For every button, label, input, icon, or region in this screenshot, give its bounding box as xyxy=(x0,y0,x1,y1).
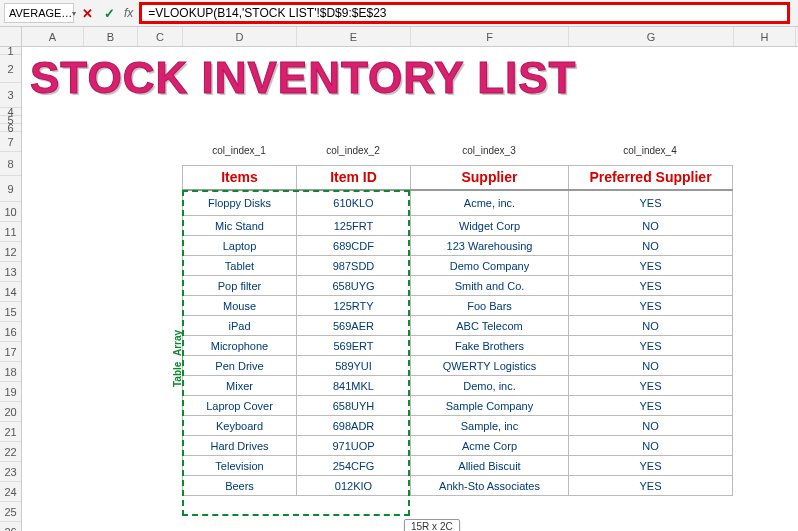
cell[interactable]: 610KLO xyxy=(297,190,411,216)
cell[interactable]: Foo Bars xyxy=(411,296,569,316)
row-header[interactable]: 25 xyxy=(0,502,21,522)
row-header[interactable]: 24 xyxy=(0,482,21,502)
table-row[interactable]: Microphone569ERTFake BrothersYES xyxy=(183,336,733,356)
cell[interactable]: Acme, inc. xyxy=(411,190,569,216)
cell[interactable]: Laprop Cover xyxy=(183,396,297,416)
cell[interactable]: 254CFG xyxy=(297,456,411,476)
cell[interactable]: Pen Drive xyxy=(183,356,297,376)
row-header[interactable]: 3 xyxy=(0,83,21,108)
cell[interactable]: Microphone xyxy=(183,336,297,356)
table-row[interactable]: Mouse125RTYFoo BarsYES xyxy=(183,296,733,316)
cell[interactable]: NO xyxy=(569,236,733,256)
row-header[interactable]: 9 xyxy=(0,176,21,202)
cell[interactable]: Mixer xyxy=(183,376,297,396)
col-header[interactable]: B xyxy=(84,27,138,46)
row-header[interactable]: 2 xyxy=(0,55,21,83)
cell[interactable]: Keyboard xyxy=(183,416,297,436)
cell[interactable]: NO xyxy=(569,436,733,456)
table-row[interactable]: Tablet987SDDDemo CompanyYES xyxy=(183,256,733,276)
col-header[interactable]: F xyxy=(411,27,569,46)
table-row[interactable]: Laprop Cover658UYHSample CompanyYES xyxy=(183,396,733,416)
row-header[interactable]: 19 xyxy=(0,382,21,402)
cell[interactable]: Sample Company xyxy=(411,396,569,416)
th-itemid[interactable]: Item ID xyxy=(297,166,411,190)
cell[interactable]: Allied Biscuit xyxy=(411,456,569,476)
row-header[interactable]: 22 xyxy=(0,442,21,462)
cell[interactable]: Television xyxy=(183,456,297,476)
cell[interactable]: Sample, inc xyxy=(411,416,569,436)
cell[interactable]: 841MKL xyxy=(297,376,411,396)
table-row[interactable]: Beers012KIOAnkh-Sto AssociatesYES xyxy=(183,476,733,496)
cell[interactable]: 658UYH xyxy=(297,396,411,416)
row-header[interactable]: 10 xyxy=(0,202,21,222)
cell[interactable]: ABC Telecom xyxy=(411,316,569,336)
cell[interactable]: Laptop xyxy=(183,236,297,256)
cell[interactable]: Acme Corp xyxy=(411,436,569,456)
table-row[interactable]: Hard Drives971UOPAcme CorpNO xyxy=(183,436,733,456)
row-header[interactable]: 18 xyxy=(0,362,21,382)
cell[interactable]: Demo Company xyxy=(411,256,569,276)
cell[interactable]: YES xyxy=(569,456,733,476)
cell[interactable]: 569ERT xyxy=(297,336,411,356)
accept-formula-icon[interactable]: ✓ xyxy=(100,4,118,22)
table-row[interactable]: Television254CFGAllied BiscuitYES xyxy=(183,456,733,476)
cell[interactable]: NO xyxy=(569,216,733,236)
row-header[interactable]: 11 xyxy=(0,222,21,242)
formula-input[interactable] xyxy=(146,5,783,21)
table-row[interactable]: iPad569AERABC TelecomNO xyxy=(183,316,733,336)
table-row[interactable]: Keyboard698ADRSample, incNO xyxy=(183,416,733,436)
table-row[interactable]: Mic Stand125FRTWidget CorpNO xyxy=(183,216,733,236)
cell[interactable]: iPad xyxy=(183,316,297,336)
table-row[interactable]: Floppy Disks610KLOAcme, inc.YES xyxy=(183,190,733,216)
row-header[interactable]: 16 xyxy=(0,322,21,342)
row-header[interactable]: 15 xyxy=(0,302,21,322)
cell[interactable]: YES xyxy=(569,190,733,216)
inventory-table[interactable]: Items Item ID Supplier Preferred Supplie… xyxy=(182,165,733,496)
cell[interactable]: 569AER xyxy=(297,316,411,336)
col-header[interactable]: C xyxy=(138,27,183,46)
cell[interactable]: 971UOP xyxy=(297,436,411,456)
row-header[interactable]: 20 xyxy=(0,402,21,422)
worksheet-area[interactable]: STOCK INVENTORY LIST col_index_1 col_ind… xyxy=(22,47,796,531)
cell[interactable]: Hard Drives xyxy=(183,436,297,456)
row-header[interactable]: 13 xyxy=(0,262,21,282)
cell[interactable]: Beers xyxy=(183,476,297,496)
row-header[interactable]: 7 xyxy=(0,132,21,152)
col-header[interactable]: D xyxy=(183,27,297,46)
th-preferred[interactable]: Preferred Supplier xyxy=(569,166,733,190)
cell[interactable]: QWERTY Logistics xyxy=(411,356,569,376)
cell[interactable]: Ankh-Sto Associates xyxy=(411,476,569,496)
col-header[interactable]: A xyxy=(22,27,84,46)
cell[interactable]: Tablet xyxy=(183,256,297,276)
cell[interactable]: Widget Corp xyxy=(411,216,569,236)
row-header[interactable]: 17 xyxy=(0,342,21,362)
row-header[interactable]: 21 xyxy=(0,422,21,442)
col-header[interactable]: E xyxy=(297,27,411,46)
cell[interactable]: NO xyxy=(569,356,733,376)
col-header[interactable]: G xyxy=(569,27,734,46)
cell[interactable]: YES xyxy=(569,256,733,276)
cell[interactable]: Fake Brothers xyxy=(411,336,569,356)
row-header[interactable]: 26 xyxy=(0,522,21,531)
row-header[interactable]: 1 xyxy=(0,47,21,55)
fx-icon[interactable]: fx xyxy=(124,6,133,20)
cell[interactable]: YES xyxy=(569,376,733,396)
cell[interactable]: YES xyxy=(569,476,733,496)
cell[interactable]: NO xyxy=(569,316,733,336)
cell[interactable]: Pop filter xyxy=(183,276,297,296)
table-row[interactable]: Pop filter658UYGSmith and Co.YES xyxy=(183,276,733,296)
cell[interactable]: YES xyxy=(569,296,733,316)
cell[interactable]: Floppy Disks xyxy=(183,190,297,216)
col-header[interactable]: H xyxy=(734,27,796,46)
row-header[interactable]: 6 xyxy=(0,124,21,132)
table-row[interactable]: Laptop689CDF123 WarehousingNO xyxy=(183,236,733,256)
cell[interactable]: Mouse xyxy=(183,296,297,316)
cell[interactable]: 012KIO xyxy=(297,476,411,496)
cell[interactable]: YES xyxy=(569,336,733,356)
cell[interactable]: 987SDD xyxy=(297,256,411,276)
cell[interactable]: 689CDF xyxy=(297,236,411,256)
cell[interactable]: Demo, inc. xyxy=(411,376,569,396)
cell[interactable]: 589YUI xyxy=(297,356,411,376)
cell[interactable]: YES xyxy=(569,276,733,296)
row-header[interactable]: 12 xyxy=(0,242,21,262)
